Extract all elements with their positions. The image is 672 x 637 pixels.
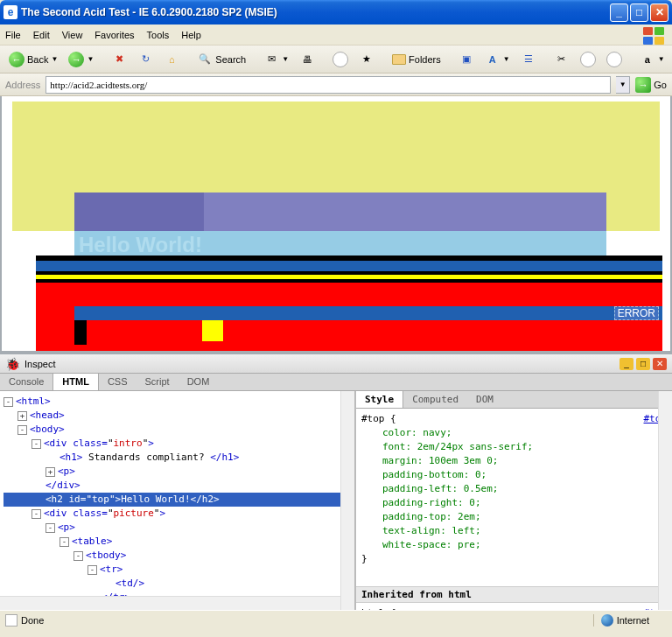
firebug-minimize-button[interactable]: _ — [620, 358, 634, 370]
go-button[interactable]: →Go — [635, 77, 667, 93]
tab-dom[interactable]: DOM — [178, 374, 219, 390]
css-rule[interactable]: text-align: left; — [361, 524, 667, 538]
mail-icon: ✉ — [263, 52, 279, 67]
css-rule[interactable]: padding-top: 2em; — [361, 510, 667, 524]
edit-button[interactable] — [329, 50, 352, 69]
twisty-icon[interactable]: - — [32, 509, 41, 519]
scrollbar-horizontal[interactable] — [0, 596, 340, 610]
inherited-header: Inherited from html — [356, 586, 672, 603]
small-black-block — [74, 320, 87, 345]
search-button[interactable]: 🔍Search — [193, 50, 249, 69]
ie-icon: e — [4, 5, 18, 19]
security-zone[interactable]: Internet — [593, 614, 667, 626]
maximize-button[interactable]: □ — [630, 4, 648, 22]
inspect-button[interactable]: Inspect — [24, 359, 55, 369]
tab-right-dom[interactable]: DOM — [467, 391, 502, 408]
tab-html[interactable]: HTML — [53, 374, 99, 390]
twisty-icon[interactable]: - — [88, 565, 97, 575]
menu-bar: File Edit View Favorites Tools Help — [0, 24, 672, 46]
paste-button[interactable] — [603, 50, 626, 69]
firebug-toolbar: 🐞 Inspect _ □ ✕ — [0, 354, 672, 374]
css-rules: #top #top { color: navy; font: 2em/24px … — [356, 409, 672, 586]
css-rule[interactable]: font: 2em/24px sans-serif; — [361, 440, 667, 454]
scrollbar-vertical[interactable] — [340, 391, 354, 610]
selected-node[interactable]: <h2 id="top">Hello World!</h2> — [4, 493, 351, 507]
twisty-icon[interactable]: - — [74, 551, 83, 561]
url-dropdown[interactable]: ▼ — [616, 76, 630, 94]
stop-icon: ✖ — [111, 52, 127, 67]
inner-blue-bar — [74, 306, 662, 320]
copy-button[interactable] — [577, 50, 599, 69]
tab-console[interactable]: Console — [0, 374, 53, 390]
go-label: Go — [654, 80, 667, 90]
tab-css[interactable]: CSS — [99, 374, 136, 390]
firebug-right-tabs: Style Computed DOM — [356, 391, 672, 409]
twisty-icon[interactable]: - — [32, 439, 41, 449]
forward-arrow-icon: → — [68, 52, 84, 67]
twisty-icon[interactable]: - — [18, 425, 27, 435]
twisty-icon[interactable]: + — [18, 411, 27, 421]
menu-tools[interactable]: Tools — [147, 30, 170, 40]
css-rule[interactable]: padding-bottom: 0; — [361, 468, 667, 482]
twisty-icon[interactable]: - — [46, 523, 55, 533]
back-button[interactable]: ←Back ▼ — [5, 50, 61, 69]
minimize-button[interactable]: _ — [610, 4, 628, 22]
tab-style[interactable]: Style — [356, 391, 403, 408]
menu-help[interactable]: Help — [181, 30, 201, 40]
css-rule[interactable]: margin: 100em 3em 0; — [361, 454, 667, 468]
copy-icon — [580, 52, 596, 67]
close-button[interactable]: ✕ — [650, 4, 668, 22]
menu-edit[interactable]: Edit — [33, 30, 50, 40]
tab-computed[interactable]: Computed — [403, 391, 467, 408]
tool-button-2[interactable]: A▼ — [481, 50, 514, 69]
url-input[interactable] — [46, 76, 611, 94]
mail-button[interactable]: ✉▼ — [260, 50, 292, 69]
twisty-icon[interactable]: + — [46, 467, 55, 477]
twisty-icon[interactable]: - — [60, 537, 69, 547]
firebug-body: -<html> +<head> -<body> -<div class="int… — [0, 391, 672, 610]
cut-button[interactable]: ✂ — [550, 50, 573, 69]
menu-file[interactable]: File — [5, 30, 21, 40]
forward-button[interactable]: →▼ — [65, 50, 97, 69]
refresh-icon: ↻ — [137, 52, 153, 67]
discuss-button[interactable]: ★ — [355, 50, 378, 69]
css-rule[interactable]: white-space: pre; — [361, 538, 667, 552]
style-panel[interactable]: Style Computed DOM #top #top { color: na… — [356, 391, 672, 610]
tool-button-1[interactable]: ▣ — [455, 50, 478, 69]
menu-view[interactable]: View — [62, 30, 83, 40]
page-viewport: Hello World! ERROR — [0, 96, 672, 353]
firebug-detach-button[interactable]: □ — [636, 358, 650, 370]
address-bar: Address ▼ →Go — [0, 74, 672, 96]
stop-button[interactable]: ✖ — [108, 50, 130, 69]
folders-label: Folders — [409, 54, 441, 65]
tool-button-4[interactable]: a▼ — [636, 50, 668, 69]
search-icon: 🔍 — [197, 52, 213, 67]
window-buttons: _ □ ✕ — [610, 4, 668, 22]
css-close: } — [361, 552, 667, 566]
folders-button[interactable]: Folders — [388, 52, 444, 66]
css-rule[interactable]: padding-left: 0.5em; — [361, 482, 667, 496]
folders-icon — [392, 54, 406, 65]
back-arrow-icon: ← — [9, 52, 24, 67]
tab-script[interactable]: Script — [136, 374, 178, 390]
nav-toolbar: ←Back ▼ →▼ ✖ ↻ ⌂ 🔍Search ✉▼ 🖶 ★ Folders … — [0, 46, 672, 74]
html-tree-panel[interactable]: -<html> +<head> -<body> -<div class="int… — [0, 391, 356, 610]
small-yellow-block — [202, 320, 223, 341]
css-rule[interactable]: color: navy; — [361, 426, 667, 440]
twisty-icon[interactable]: - — [4, 397, 13, 407]
css-rule[interactable]: padding-right: 0; — [361, 496, 667, 510]
windows-flag-icon — [642, 26, 667, 46]
encode-icon: ☰ — [521, 52, 536, 67]
home-icon: ⌂ — [164, 52, 179, 67]
home-button[interactable]: ⌂ — [160, 50, 183, 69]
menu-favorites[interactable]: Favorites — [94, 30, 134, 40]
globe-icon — [601, 614, 613, 626]
firebug-close-button[interactable]: ✕ — [653, 358, 667, 370]
window-title: The Second Acid Test - IE 6.0.2900.2180 … — [21, 6, 610, 18]
tool-button-3[interactable]: ☰ — [517, 50, 540, 69]
status-text: Done — [21, 615, 44, 626]
scrollbar-vertical[interactable] — [658, 391, 672, 610]
acid-purple-dark — [74, 192, 204, 231]
refresh-button[interactable]: ↻ — [134, 50, 157, 69]
print-button[interactable]: 🖶 — [296, 50, 318, 69]
